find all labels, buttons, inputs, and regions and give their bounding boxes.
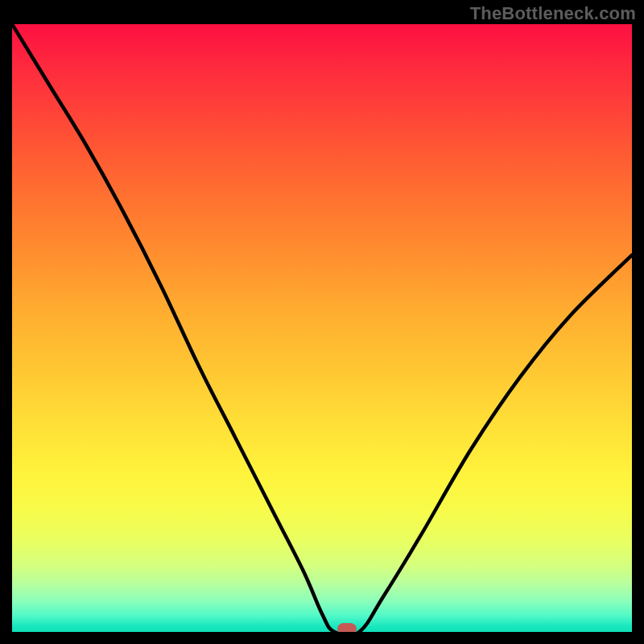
optimal-marker [337, 623, 357, 632]
bottleneck-curve [12, 24, 632, 632]
chart-stage: TheBottleneck.com [0, 0, 644, 644]
plot-area [12, 24, 632, 632]
watermark-text: TheBottleneck.com [470, 3, 636, 24]
